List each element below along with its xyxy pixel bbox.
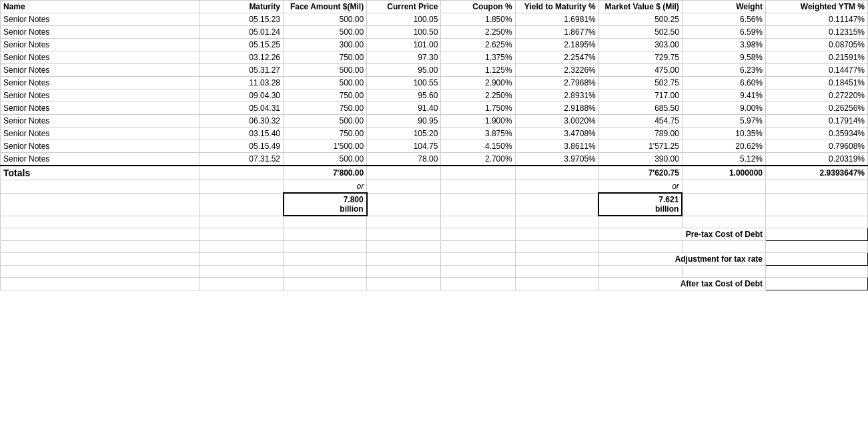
table-row: Senior Notes03.15.40750.00105.203.875%3.…	[1, 128, 868, 140]
market-or: or	[598, 180, 682, 194]
pretax-row: Pre-tax Cost of Debt	[1, 228, 868, 240]
totals-market: 7'620.75	[598, 166, 682, 180]
face-billion: 7.800 billion	[284, 193, 367, 216]
adjustment-input[interactable]	[765, 252, 867, 265]
table-row: Senior Notes05.15.25300.00101.002.625%2.…	[1, 39, 868, 51]
aftertax-label: After tax Cost of Debt	[598, 277, 765, 290]
totals-face: 7'800.00	[284, 166, 367, 180]
table-row: Senior Notes05.31.27500.0095.001.125%2.3…	[1, 64, 868, 77]
table-row: Senior Notes09.04.30750.0095.602.250%2.8…	[1, 89, 868, 102]
totals-coupon	[441, 166, 515, 180]
table-row: Senior Notes03.12.26750.0097.301.375%2.2…	[1, 51, 868, 64]
totals-maturity	[199, 166, 283, 180]
header-weight: Weight	[682, 1, 765, 13]
adjustment-row: Adjustment for tax rate	[1, 252, 868, 265]
header-market: Market Value $ (Mil)	[598, 1, 682, 13]
table-row: Senior Notes05.15.491'500.00104.754.150%…	[1, 140, 868, 153]
totals-weight: 1.000000	[682, 166, 765, 180]
aftertax-input[interactable]	[765, 277, 867, 290]
table-row: Senior Notes05.04.31750.0091.401.750%2.9…	[1, 102, 868, 115]
totals-ytm	[515, 166, 598, 180]
pretax-label: Pre-tax Cost of Debt	[598, 228, 765, 240]
totals-row: Totals 7'800.00 7'620.75 1.000000 2.9393…	[1, 166, 868, 180]
totals-weighted-ytm: 2.9393647%	[765, 166, 867, 180]
pretax-input[interactable]	[765, 228, 867, 240]
billion-row: 7.800 billion 7.621 billion	[1, 193, 868, 216]
aftertax-row: After tax Cost of Debt	[1, 277, 868, 290]
header-name: Name	[1, 1, 200, 13]
empty-row-1	[1, 216, 868, 228]
header-coupon: Coupon %	[441, 1, 515, 13]
table-row: Senior Notes11.03.28500.00100.552.900%2.…	[1, 77, 868, 89]
or-row: or or	[1, 180, 868, 194]
adjustment-label: Adjustment for tax rate	[598, 252, 765, 265]
header-weighted-ytm: Weighted YTM %	[765, 1, 867, 13]
empty-row-3	[1, 265, 868, 277]
totals-current	[367, 166, 441, 180]
header-maturity: Maturity	[199, 1, 283, 13]
table-row: Senior Notes07.31.52500.0078.002.700%3.9…	[1, 153, 868, 166]
face-or: or	[284, 180, 367, 194]
table-row: Senior Notes06.30.32500.0090.951.900%3.0…	[1, 115, 868, 128]
table-row: Senior Notes05.01.24500.00100.502.250%1.…	[1, 26, 868, 39]
table-row: Senior Notes05.15.23500.00100.051.850%1.…	[1, 13, 868, 26]
totals-label: Totals	[1, 166, 200, 180]
header-current: Current Price	[367, 1, 441, 13]
header-face: Face Amount $(Mil)	[284, 1, 367, 13]
market-billion: 7.621 billion	[598, 193, 682, 216]
empty-row-2	[1, 240, 868, 252]
header-ytm: Yield to Maturity %	[515, 1, 598, 13]
